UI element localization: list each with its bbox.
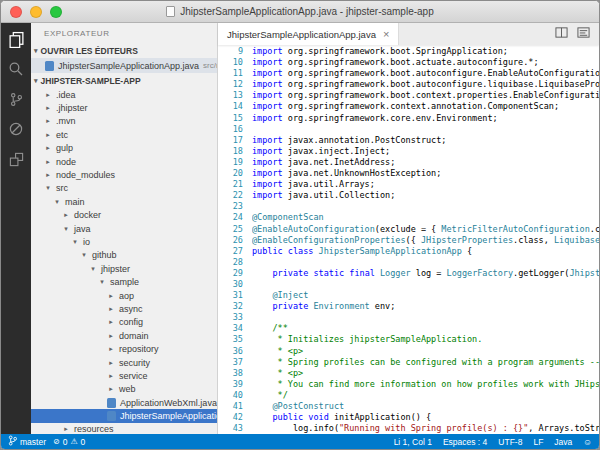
- more-actions-icon[interactable]: [577, 25, 590, 43]
- indentation-status[interactable]: Espaces : 4: [443, 437, 487, 447]
- code-line-24[interactable]: 24@ComponentScan: [218, 212, 599, 223]
- line-number: 22: [218, 190, 252, 201]
- code-text: import org.springframework.boot.actuate.…: [252, 57, 599, 68]
- activity-search-button[interactable]: [1, 56, 31, 86]
- line-number: 41: [218, 401, 252, 412]
- close-window-button[interactable]: [10, 6, 22, 18]
- activity-debug-button[interactable]: [1, 116, 31, 146]
- warning-count: 0: [81, 437, 86, 447]
- code-line-15[interactable]: 15import org.springframework.core.env.En…: [218, 113, 599, 124]
- tree-folder-web[interactable]: ▸web: [31, 383, 217, 396]
- tree-folder-gulp[interactable]: ▸gulp: [31, 142, 217, 155]
- tree-item-label: docker: [74, 210, 101, 220]
- java-file-icon: [107, 411, 116, 421]
- tree-folder-github[interactable]: ▾github: [31, 249, 217, 262]
- code-line-43[interactable]: 43 log.info("Running with Spring profile…: [218, 423, 599, 434]
- code-line-29[interactable]: 29 private static final Logger log = Log…: [218, 268, 599, 279]
- minimize-window-button[interactable]: [30, 6, 42, 18]
- code-line-30[interactable]: 30: [218, 279, 599, 290]
- code-line-20[interactable]: 20import java.net.UnknownHostException;: [218, 168, 599, 179]
- open-editors-header[interactable]: ▾ OUVRIR LES ÉDITEURS: [31, 43, 217, 58]
- code-line-31[interactable]: 31 @Inject: [218, 290, 599, 301]
- code-line-39[interactable]: 39 * You can find more information on ho…: [218, 379, 599, 390]
- code-line-23[interactable]: 23: [218, 201, 599, 212]
- line-number: 42: [218, 412, 252, 423]
- code-line-36[interactable]: 36 * <p>: [218, 346, 599, 357]
- feedback-smiley-icon[interactable]: ☺: [583, 437, 592, 447]
- code-line-40[interactable]: 40 */: [218, 390, 599, 401]
- code-line-35[interactable]: 35 * Initializes jhipsterSampleApplicati…: [218, 334, 599, 345]
- activity-explorer-button[interactable]: [1, 26, 31, 56]
- tree-folder-resources[interactable]: ▸resources: [31, 423, 217, 434]
- code-text: [252, 312, 599, 323]
- tree-folder-repository[interactable]: ▸repository: [31, 342, 217, 355]
- code-line-12[interactable]: 12import org.springframework.boot.autoco…: [218, 79, 599, 90]
- tree-folder-src[interactable]: ▾src: [31, 182, 217, 195]
- code-line-18[interactable]: 18import javax.inject.Inject;: [218, 146, 599, 157]
- code-line-41[interactable]: 41 @PostConstruct: [218, 401, 599, 412]
- activity-source-control-button[interactable]: [1, 86, 31, 116]
- tree-folder-docker[interactable]: ▸docker: [31, 209, 217, 222]
- language-mode-status[interactable]: Java: [554, 437, 572, 447]
- code-line-42[interactable]: 42 public void initApplication() {: [218, 412, 599, 423]
- code-line-27[interactable]: 27public class JhipsterSampleApplication…: [218, 246, 599, 257]
- tree-folder-security[interactable]: ▸security: [31, 356, 217, 369]
- tree-folder-.idea[interactable]: ▸.idea: [31, 88, 217, 101]
- tree-folder-io[interactable]: ▾io: [31, 235, 217, 248]
- tree-folder-node[interactable]: ▸node: [31, 155, 217, 168]
- chevron-down-icon: ▾: [89, 265, 97, 273]
- code-line-34[interactable]: 34 /**: [218, 323, 599, 334]
- tree-item-label: async: [119, 304, 143, 314]
- tree-folder-etc[interactable]: ▸etc: [31, 128, 217, 141]
- zoom-window-button[interactable]: [50, 6, 62, 18]
- code-line-16[interactable]: 16: [218, 124, 599, 135]
- split-editor-icon[interactable]: [555, 25, 568, 43]
- tree-file-JhipsterSampleApplicationApp.java[interactable]: JhipsterSampleApplicationApp.java: [31, 409, 217, 422]
- tree-folder-main[interactable]: ▾main: [31, 195, 217, 208]
- chevron-down-icon: ▾: [80, 251, 88, 259]
- problems-status[interactable]: ⊘ 0 ⚠ 0: [53, 437, 85, 447]
- tree-file-ApplicationWebXml.java[interactable]: ApplicationWebXml.java: [31, 396, 217, 409]
- error-icon: ⊘: [53, 438, 60, 446]
- code-line-37[interactable]: 37 * Spring profiles can be configured w…: [218, 357, 599, 368]
- code-line-32[interactable]: 32 private Environment env;: [218, 301, 599, 312]
- code-line-25[interactable]: 25@EnableAutoConfiguration(exclude = { M…: [218, 224, 599, 235]
- activity-extensions-button[interactable]: [1, 146, 31, 176]
- code-line-19[interactable]: 19import java.net.InetAddress;: [218, 157, 599, 168]
- close-tab-icon[interactable]: ×: [383, 29, 389, 40]
- code-line-33[interactable]: 33: [218, 312, 599, 323]
- tree-folder-aop[interactable]: ▸aop: [31, 289, 217, 302]
- tree-folder-sample[interactable]: ▾sample: [31, 275, 217, 288]
- code-line-17[interactable]: 17import javax.annotation.PostConstruct;: [218, 135, 599, 146]
- encoding-status[interactable]: UTF-8: [498, 437, 522, 447]
- code-line-14[interactable]: 14import org.springframework.context.ann…: [218, 101, 599, 112]
- code-line-26[interactable]: 26@EnableConfigurationProperties({ JHips…: [218, 235, 599, 246]
- tree-folder-java[interactable]: ▾java: [31, 222, 217, 235]
- open-editor-item[interactable]: JhipsterSampleApplicationApp.java src/m.…: [31, 58, 217, 73]
- code-line-21[interactable]: 21import java.util.Arrays;: [218, 179, 599, 190]
- code-line-10[interactable]: 10import org.springframework.boot.actuat…: [218, 57, 599, 68]
- code-line-22[interactable]: 22import java.util.Collection;: [218, 190, 599, 201]
- tree-folder-config[interactable]: ▸config: [31, 316, 217, 329]
- code-line-28[interactable]: 28: [218, 257, 599, 268]
- tree-folder-.mvn[interactable]: ▸.mvn: [31, 115, 217, 128]
- tree-folder-async[interactable]: ▸async: [31, 302, 217, 315]
- code-line-38[interactable]: 38 * <p>: [218, 368, 599, 379]
- project-root-header[interactable]: ▾ JHIPSTER-SAMPLE-APP: [31, 73, 217, 88]
- git-branch-status[interactable]: master: [8, 435, 46, 448]
- code-line-9[interactable]: 9import org.springframework.boot.SpringA…: [218, 46, 599, 57]
- code-text: import javax.inject.Inject;: [252, 146, 599, 157]
- tree-item-label: main: [65, 197, 85, 207]
- tab-jhipster-sample-application-app[interactable]: JhipsterSampleApplicationApp.java ×: [218, 23, 399, 45]
- open-editor-path: src/m...: [203, 61, 217, 70]
- tree-folder-service[interactable]: ▸service: [31, 369, 217, 382]
- cursor-position-status[interactable]: Li 1, Col 1: [394, 437, 432, 447]
- tree-folder-jhipster[interactable]: ▾jhipster: [31, 262, 217, 275]
- eol-status[interactable]: LF: [533, 437, 543, 447]
- tree-folder-.jhipster[interactable]: ▸.jhipster: [31, 101, 217, 114]
- code-line-13[interactable]: 13import org.springframework.boot.contex…: [218, 90, 599, 101]
- tree-item-label: jhipster: [101, 264, 130, 274]
- tree-folder-domain[interactable]: ▸domain: [31, 329, 217, 342]
- tree-folder-node_modules[interactable]: ▸node_modules: [31, 168, 217, 181]
- code-line-11[interactable]: 11import org.springframework.boot.autoco…: [218, 68, 599, 79]
